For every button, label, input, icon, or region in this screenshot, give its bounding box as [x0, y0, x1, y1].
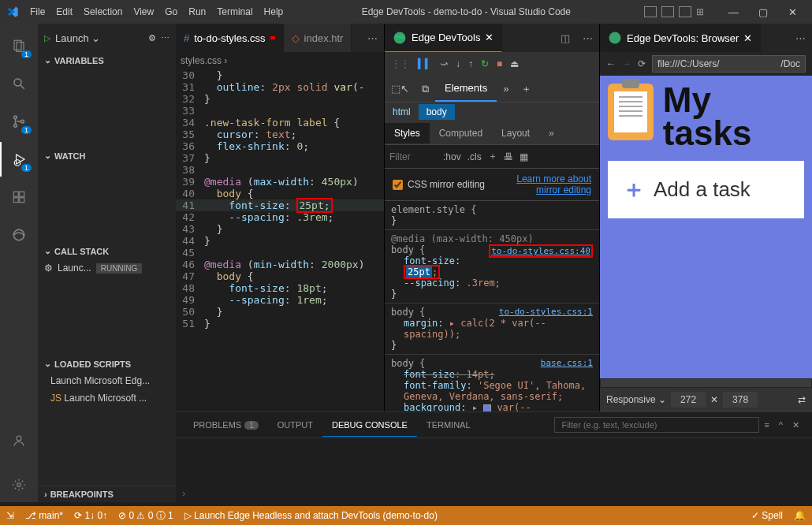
horizontal-scrollbar[interactable] — [601, 379, 811, 387]
tab-overflow-icon[interactable]: ⋯ — [361, 32, 384, 44]
height-input[interactable] — [723, 392, 758, 408]
code-line[interactable]: 50 } — [176, 306, 384, 318]
dom-breadcrumb[interactable]: html body — [385, 102, 599, 121]
print-icon[interactable]: 🖶 — [504, 151, 513, 162]
code-line[interactable]: 33 — [176, 105, 384, 117]
new-rule-icon[interactable]: ＋ — [488, 150, 497, 163]
console-filter-input[interactable] — [554, 417, 759, 433]
split-editor-icon[interactable]: ◫ — [554, 32, 576, 44]
menu-terminal[interactable]: Terminal — [212, 3, 257, 20]
tab-debug-console[interactable]: DEBUG CONSOLE — [322, 414, 417, 437]
code-line[interactable]: 47 body { — [176, 270, 384, 282]
settings-icon[interactable]: ≡ — [759, 420, 773, 430]
menu-go[interactable]: Go — [160, 3, 182, 20]
tab-output[interactable]: OUTPUT — [268, 414, 322, 436]
menu-help[interactable]: Help — [259, 3, 289, 20]
mirror-checkbox[interactable] — [393, 180, 403, 190]
layout-icon-1[interactable] — [644, 6, 657, 17]
disconnect-icon[interactable]: ⏏ — [510, 58, 519, 69]
maximize-button[interactable]: ▢ — [750, 6, 777, 18]
menu-selection[interactable]: Selection — [79, 3, 127, 20]
editor-layout-icons[interactable]: ⊞ — [644, 6, 709, 17]
spell-indicator[interactable]: ✓ Spell — [751, 510, 783, 521]
menu-view[interactable]: View — [129, 3, 158, 20]
step-into-icon[interactable]: ↓ — [456, 58, 460, 69]
activity-settings[interactable] — [0, 467, 38, 502]
add-tab-icon[interactable]: ＋ — [515, 82, 538, 96]
tab-css-file[interactable]: # to-do-styles.css — [176, 24, 284, 52]
close-button[interactable]: ✕ — [779, 6, 806, 18]
code-line[interactable]: 44} — [176, 235, 384, 247]
activity-extensions[interactable] — [0, 180, 38, 214]
section-watch[interactable]: ⌄ WATCH — [38, 147, 176, 164]
tab-browser-preview[interactable]: Edge DevTools: Browser ✕ — [600, 24, 761, 52]
rotate-icon[interactable]: ⇄ — [798, 394, 806, 405]
section-callstack[interactable]: ⌄ CALL STACK — [38, 243, 176, 259]
more-icon[interactable]: ⋯ — [789, 32, 812, 44]
close-panel-icon[interactable]: ✕ — [788, 420, 804, 430]
more-tabs-icon[interactable]: » — [539, 123, 564, 143]
start-debug-icon[interactable]: ▷ — [44, 33, 50, 43]
activity-run-debug[interactable]: 1 — [0, 142, 38, 177]
styles-pane[interactable]: element.style {}@media (max-width: 450px… — [385, 201, 599, 411]
launch-config[interactable]: Launch ⌄ — [55, 32, 143, 44]
code-line[interactable]: 51} — [176, 318, 384, 330]
remote-icon[interactable]: ⇲ — [6, 510, 14, 521]
tab-computed[interactable]: Computed — [430, 123, 492, 143]
tab-problems[interactable]: PROBLEMS1 — [184, 414, 268, 436]
more-icon[interactable]: ⋯ — [576, 32, 599, 44]
close-icon[interactable]: ✕ — [743, 32, 752, 44]
width-input[interactable] — [671, 392, 706, 408]
activity-edge[interactable] — [0, 218, 38, 252]
section-variables[interactable]: ⌄ VARIABLES — [38, 52, 176, 69]
responsive-dropdown[interactable]: Responsive ⌄ — [606, 394, 666, 405]
cls-toggle[interactable]: .cls — [467, 151, 482, 162]
code-editor[interactable]: 30 }31 outline: 2px solid var(-32}3334.n… — [176, 69, 384, 411]
pause-icon[interactable]: ▍▍ — [418, 58, 432, 69]
menu-run[interactable]: Run — [184, 3, 210, 20]
loaded-script-item[interactable]: Launch Microsoft Edg... — [38, 372, 176, 389]
restart-icon[interactable]: ↻ — [481, 58, 489, 69]
code-line[interactable]: 31 outline: 2px solid var(- — [176, 81, 384, 93]
inspect-element-icon[interactable]: ⬚↖ — [385, 83, 415, 95]
loaded-script-item[interactable]: JS Launch Microsoft ... — [38, 389, 176, 407]
drag-handle-icon[interactable]: ⋮⋮ — [391, 58, 410, 69]
close-icon[interactable]: ✕ — [485, 32, 494, 43]
hov-toggle[interactable]: :hov — [443, 151, 461, 162]
menu-file[interactable]: File — [25, 3, 50, 20]
activity-source-control[interactable]: 1 — [0, 104, 38, 139]
flex-editor-icon[interactable]: ▦ — [520, 151, 528, 162]
code-line[interactable]: 46@media (min-width: 2000px) — [176, 259, 384, 270]
minimize-button[interactable]: — — [720, 6, 747, 18]
menu-edit[interactable]: Edit — [51, 3, 77, 20]
tab-edge-devtools[interactable]: Edge DevTools ✕ — [385, 24, 502, 52]
tab-layout[interactable]: Layout — [492, 123, 539, 143]
diagnostics[interactable]: ⊘ 0 ⚠ 0 ⓘ 1 — [118, 509, 173, 523]
tab-terminal[interactable]: TERMINAL — [417, 414, 480, 436]
mirror-learn-link[interactable]: Learn more about mirror editing — [505, 173, 591, 195]
code-line[interactable]: 40 body { — [176, 188, 384, 199]
code-line[interactable]: 42 --spacing: .3rem; — [176, 211, 384, 223]
code-line[interactable]: 39@media (max-width: 450px) — [176, 176, 384, 188]
code-line[interactable]: 37} — [176, 152, 384, 164]
activity-explorer[interactable]: 1 — [0, 28, 38, 63]
layout-icon-4[interactable]: ⊞ — [696, 6, 709, 17]
code-line[interactable]: 30 } — [176, 69, 384, 81]
tab-elements[interactable]: Elements — [435, 76, 497, 102]
add-task-button[interactable]: ＋ Add a task — [608, 161, 804, 218]
step-over-icon[interactable]: ⤻ — [440, 58, 448, 69]
code-line[interactable]: 49 --spacing: 1rem; — [176, 294, 384, 306]
sync-indicator[interactable]: ⟳ 1↓ 0↑ — [74, 510, 107, 521]
code-line[interactable]: 35 cursor: text; — [176, 128, 384, 140]
code-line[interactable]: 34.new-task-form label { — [176, 117, 384, 128]
expand-tabs-icon[interactable]: » — [497, 83, 515, 95]
refresh-icon[interactable]: ⟳ — [638, 58, 646, 69]
more-icon[interactable]: ⋯ — [161, 33, 169, 43]
step-out-icon[interactable]: ↑ — [468, 58, 473, 69]
section-loaded-scripts[interactable]: ⌄ LOADED SCRIPTS — [38, 356, 176, 372]
code-line[interactable]: 48 font-size: 18pt; — [176, 282, 384, 294]
stop-icon[interactable]: ■ — [497, 58, 502, 69]
code-line[interactable]: 43 } — [176, 223, 384, 235]
section-breakpoints[interactable]: › BREAKPOINTS — [38, 486, 176, 502]
device-toggle-icon[interactable]: ⧉ — [415, 83, 435, 95]
